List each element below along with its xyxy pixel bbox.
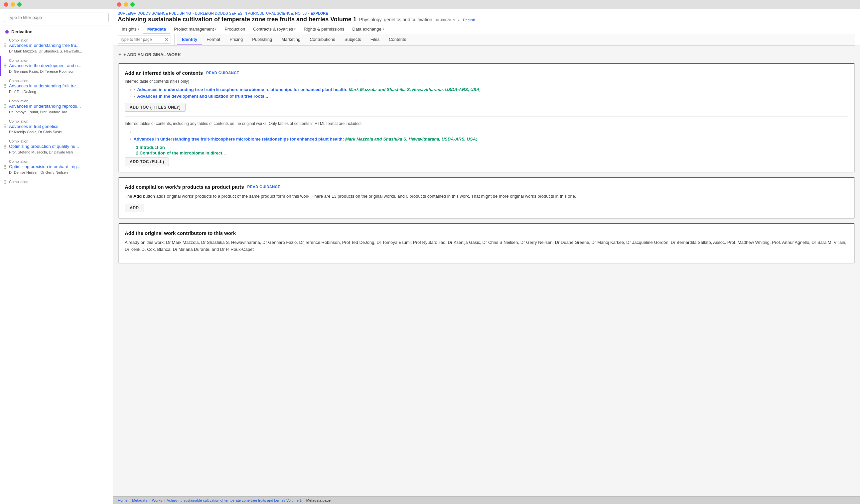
tab-identity[interactable]: Identity — [177, 34, 202, 45]
book-date-sep: • — [458, 18, 459, 22]
item-title-link[interactable]: Optimizing production of quality nu... — [9, 144, 109, 149]
list-item[interactable]: ⠿ Compilation Advances in fruit genetics… — [0, 117, 113, 137]
toc-item-authors: Mark Mazzola and Shashika S. Hewavithara… — [349, 87, 481, 92]
item-type-label: Compilation — [9, 79, 109, 83]
drag-handle-icon[interactable]: ⠿ — [3, 43, 7, 49]
toc-sub-item-1: 1 Introduction — [136, 145, 226, 150]
footer-sep-1: › — [129, 498, 130, 502]
close-button-2[interactable] — [117, 2, 121, 6]
breadcrumb: BURLEIGH DODDS SCIENCE PUBLISHING • BURL… — [118, 11, 855, 15]
breadcrumb-explore[interactable]: EXPLORE — [311, 11, 328, 15]
drag-handle-icon[interactable]: ⠿ — [3, 103, 7, 110]
list-item[interactable]: ⠿ Compilation Advances in the developmen… — [0, 56, 113, 76]
page-filter-input[interactable] — [120, 37, 163, 42]
product-parts-title: Add compilation work's products as produ… — [125, 184, 244, 190]
item-title-link[interactable]: Optimizing precision in orchard irrig... — [9, 164, 109, 170]
derivation-dot — [5, 30, 9, 33]
item-authors: Prof Ted DeJong — [9, 90, 109, 94]
toc-item-title-2[interactable]: Advances in the development and utilizat… — [137, 94, 268, 99]
list-item[interactable]: ⠿ Compilation — [0, 177, 113, 188]
close-button[interactable] — [4, 2, 8, 6]
item-title-link[interactable]: Advances in understanding reprodu... — [9, 104, 109, 109]
breadcrumb-publisher[interactable]: BURLEIGH DODDS SCIENCE PUBLISHING — [118, 11, 191, 15]
footer-current-page: Metadata page — [306, 498, 331, 502]
tab-contracts-royalties[interactable]: Contracts & royalties ▾ — [249, 25, 300, 34]
contributors-section: Add the original work contributors to th… — [118, 223, 855, 264]
item-type-label: Compilation — [9, 99, 109, 103]
maximize-button[interactable] — [17, 2, 22, 6]
tab-production[interactable]: Production — [220, 25, 249, 34]
book-title: Achieving sustainable cultivation of tem… — [118, 16, 357, 23]
toc-item-title[interactable]: Advances in understanding tree fruit-rhi… — [137, 87, 347, 92]
minimize-button-2[interactable] — [124, 2, 128, 6]
tab-metadata[interactable]: Metadata — [143, 25, 170, 34]
footer-sep-3: › — [164, 498, 165, 502]
item-authors: Dr Gennaro Fazio, Dr Terence Robinson — [9, 70, 109, 73]
add-original-work-button[interactable]: + + ADD AN ORIGINAL WORK — [118, 51, 855, 58]
toc-section-header: Add an inferred table of contents READ G… — [125, 70, 848, 76]
list-item[interactable]: ⠿ Compilation Optimizing precision in or… — [0, 157, 113, 177]
breadcrumb-series[interactable]: BURLEIGH DODDS SERIES IN AGRICULTURAL SC… — [195, 11, 307, 15]
drag-handle-icon[interactable]: ⠿ — [3, 63, 7, 69]
toc-full-item-authors: Mark Mazzola and Shashika S. Hewavithara… — [345, 136, 477, 142]
tab-insights[interactable]: Insights ▾ — [118, 25, 143, 34]
tab-project-management[interactable]: Project management ▾ — [170, 25, 220, 34]
main-content: + + ADD AN ORIGINAL WORK Add an inferred… — [113, 46, 860, 496]
filter-input-wrapper: ✕ — [118, 35, 171, 44]
book-lang[interactable]: English — [463, 18, 475, 22]
list-item[interactable]: ⠿ Compilation Advances in understanding … — [0, 35, 113, 56]
contributors-section-header: Add the original work contributors to th… — [125, 230, 848, 236]
breadcrumb-sep1: • — [192, 11, 194, 15]
filter-area: ✕ — [118, 34, 175, 45]
add-toc-full-button[interactable]: ADD TOC (FULL) — [125, 158, 169, 166]
list-item[interactable]: ⠿ Compilation Advances in understanding … — [0, 76, 113, 97]
chevron-down-icon: ▾ — [138, 27, 139, 31]
tab-files[interactable]: Files — [366, 34, 384, 45]
nav-tabs-secondary: Identity Format Pricing Publishing Marke… — [177, 34, 855, 45]
drag-handle-icon[interactable]: ⠿ — [3, 164, 7, 170]
item-authors: Dr Tomoya Esumi, Prof Ryutaro Tao — [9, 110, 109, 114]
list-item[interactable]: ⠿ Compilation Advances in understanding … — [0, 97, 113, 117]
tab-format[interactable]: Format — [202, 34, 225, 45]
item-type-label: Compilation — [9, 139, 109, 143]
clear-filter-icon[interactable]: ✕ — [164, 37, 169, 42]
read-guidance-link[interactable]: READ GUIDANCE — [206, 71, 239, 75]
product-parts-guidance-link[interactable]: READ GUIDANCE — [247, 185, 280, 189]
tab-pricing[interactable]: Pricing — [225, 34, 247, 45]
item-title-link[interactable]: Advances in understanding fruit tre... — [9, 84, 109, 89]
item-title-link[interactable]: Advances in understanding tree fru... — [9, 43, 109, 48]
footer-book-title[interactable]: Achieving sustainable cultivation of tem… — [167, 498, 302, 502]
sidebar-filter-input[interactable] — [4, 13, 109, 22]
tab-subjects[interactable]: Subjects — [340, 34, 366, 45]
toc-titles-only-subtitle: Inferred table of contents (titles only) — [125, 79, 848, 84]
item-type-label: Compilation — [9, 160, 109, 163]
drag-handle-icon[interactable]: ⠿ — [3, 179, 7, 186]
breadcrumb-sep2: • — [308, 11, 309, 15]
item-title-link[interactable]: Advances in fruit genetics — [9, 124, 109, 130]
tab-rights-permissions[interactable]: Rights & permissions — [300, 25, 348, 34]
item-type-label: Compilation — [9, 38, 109, 42]
item-title-link[interactable]: Advances in the development and u... — [9, 63, 109, 69]
footer-metadata[interactable]: Metadata — [132, 498, 147, 502]
toc-full-list: ◦ Advances in understanding tree fruit-r… — [130, 129, 848, 155]
tab-contributions[interactable]: Contributions — [305, 34, 340, 45]
footer-sep-2: › — [149, 498, 150, 502]
drag-handle-icon[interactable]: ⠿ — [3, 123, 7, 130]
maximize-button-2[interactable] — [130, 2, 135, 6]
tab-data-exchange[interactable]: Data exchange ▾ — [348, 25, 388, 34]
drag-handle-icon[interactable]: ⠿ — [3, 144, 7, 150]
footer-works[interactable]: Works — [152, 498, 162, 502]
tab-contents[interactable]: Contents — [384, 34, 411, 45]
minimize-button[interactable] — [11, 2, 15, 6]
toc-full-item: ◦ Advances in understanding tree fruit-r… — [130, 129, 848, 155]
add-toc-titles-only-button[interactable]: ADD TOC (TITLES ONLY) — [125, 103, 186, 112]
tab-marketing[interactable]: Marketing — [277, 34, 305, 45]
tab-publishing[interactable]: Publishing — [247, 34, 277, 45]
add-product-parts-button[interactable]: ADD — [125, 204, 144, 212]
list-item[interactable]: ⠿ Compilation Optimizing production of q… — [0, 136, 113, 157]
footer-home[interactable]: Home — [118, 498, 127, 502]
toc-full-item-title[interactable]: Advances in understanding tree fruit-rhi… — [134, 136, 344, 142]
drag-handle-icon[interactable]: ⠿ — [3, 83, 7, 89]
nav-tabs-primary: Insights ▾ Metadata Project management ▾… — [118, 25, 855, 34]
top-header: BURLEIGH DODDS SCIENCE PUBLISHING • BURL… — [113, 9, 860, 46]
